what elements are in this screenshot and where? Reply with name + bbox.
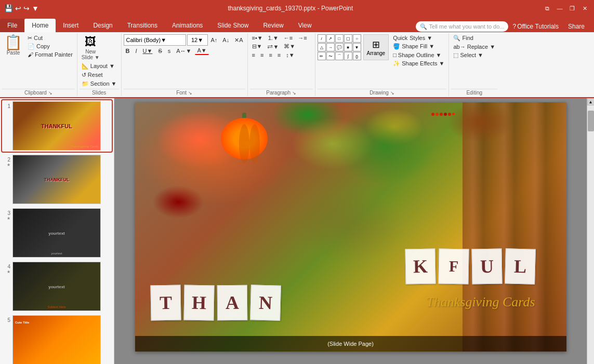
slide-preview-4: yourtext Subtext Here bbox=[12, 262, 101, 311]
section-button[interactable]: 📁 Section ▼ bbox=[80, 80, 119, 88]
bold-button[interactable]: B bbox=[124, 47, 132, 55]
new-slide-button[interactable]: 🖼 New Slide ▼ bbox=[80, 34, 102, 61]
shape-fill-button[interactable]: 🪣 Shape Fill ▼ bbox=[391, 43, 446, 50]
scroll-thumb[interactable] bbox=[588, 111, 594, 131]
increase-indent-button[interactable]: →≡ bbox=[296, 34, 309, 42]
justify-button[interactable]: ≡ bbox=[275, 51, 283, 59]
align-right-button[interactable]: ≡ bbox=[267, 51, 274, 59]
tab-review[interactable]: Review bbox=[256, 19, 291, 32]
undo-icon[interactable]: ↩ bbox=[15, 4, 21, 12]
shadow-button[interactable]: s bbox=[166, 47, 173, 55]
font-name-dropdown[interactable]: Calibri (Body)▼ bbox=[124, 34, 186, 46]
restore-down-icon[interactable]: ⧉ bbox=[542, 3, 552, 14]
slide-thumb-3[interactable]: 3 ★ yourtext yourtext bbox=[2, 207, 112, 259]
minimize-button[interactable]: — bbox=[555, 3, 565, 14]
tab-transitions[interactable]: Transitions bbox=[120, 19, 165, 32]
office-tutorials-link[interactable]: ? Office Tutorials bbox=[512, 23, 559, 30]
shape-effects-button[interactable]: ✨ Shape Effects ▼ bbox=[391, 60, 446, 68]
arrange-button[interactable]: ⊞ Arrange bbox=[363, 34, 389, 60]
slide-thumb-1[interactable]: 1 THANKFUL Thanksgiving Cards bbox=[2, 100, 112, 152]
slide-preview-1: THANKFUL Thanksgiving Cards bbox=[12, 101, 101, 151]
scroll-track[interactable] bbox=[587, 105, 595, 364]
shape-rect-icon[interactable]: □ bbox=[335, 34, 344, 43]
shape-rounded-rect-icon[interactable]: ▢ bbox=[344, 34, 352, 43]
layout-button[interactable]: 📐 Layout ▼ bbox=[80, 62, 117, 70]
bullets-button[interactable]: ≡•▼ bbox=[250, 34, 265, 42]
ribbon-tabs: File Home Insert Design Transitions Anim… bbox=[0, 17, 594, 32]
shape-connector2-icon[interactable]: ∫ bbox=[344, 52, 352, 60]
find-button[interactable]: 🔍 Find bbox=[451, 34, 475, 42]
slide-preview-5: Cute Title bbox=[12, 315, 101, 364]
shape-arrow-right-icon[interactable]: → bbox=[326, 43, 335, 51]
tab-slideshow[interactable]: Slide Show bbox=[210, 19, 256, 32]
shape-star-icon[interactable]: ★ bbox=[344, 43, 352, 51]
maximize-button[interactable]: ❐ bbox=[567, 3, 577, 14]
save-icon[interactable]: 💾 bbox=[4, 4, 13, 12]
slide-thumb-4[interactable]: 4 ★ yourtext Subtext Here bbox=[2, 261, 112, 312]
shape-connector-icon[interactable]: ⌒ bbox=[335, 52, 344, 60]
window-controls: ⧉ — ❐ ✕ bbox=[542, 3, 590, 14]
shape-triangle-icon[interactable]: △ bbox=[318, 43, 326, 51]
tab-animations[interactable]: Animations bbox=[165, 19, 210, 32]
text-direction-button[interactable]: ⮂▼ bbox=[265, 43, 281, 50]
shape-oval-icon[interactable]: ○ bbox=[353, 34, 361, 43]
format-painter-button[interactable]: 🖌 Format Painter bbox=[25, 51, 75, 58]
decrease-indent-button[interactable]: ←≡ bbox=[282, 34, 295, 42]
numbering-button[interactable]: 1.▼ bbox=[266, 34, 281, 42]
letter-T: T bbox=[150, 285, 181, 320]
replace-button[interactable]: ab→ Replace ▼ bbox=[451, 43, 497, 50]
tab-insert[interactable]: Insert bbox=[56, 19, 86, 32]
customize-icon[interactable]: ▼ bbox=[32, 4, 39, 12]
paste-button[interactable]: 📋 Paste bbox=[2, 34, 24, 57]
canvas-area[interactable]: T H A N K F U L Thanksgiving Cards (Slid… bbox=[114, 98, 587, 364]
tab-view[interactable]: View bbox=[291, 19, 319, 32]
convert-to-smartart-button[interactable]: ⌘▼ bbox=[282, 43, 297, 50]
font-decrease-button[interactable]: A↓ bbox=[220, 36, 231, 44]
font-color-button[interactable]: A▼ bbox=[195, 47, 208, 55]
slide-preview-2: THANKFUL Thanksgiving Cards bbox=[12, 155, 101, 204]
slide-number-3: 3 ★ bbox=[3, 208, 10, 221]
search-input[interactable]: Tell me what you want to do... bbox=[429, 23, 505, 30]
shape-outline-button[interactable]: □ Shape Outline ▼ bbox=[391, 51, 446, 59]
cut-button[interactable]: ✂ Cut bbox=[25, 34, 75, 42]
reset-button[interactable]: ↺ Reset bbox=[80, 71, 105, 79]
shape-more-icon[interactable]: ▼ bbox=[353, 43, 361, 51]
tab-design[interactable]: Design bbox=[86, 19, 120, 32]
shape-curve-icon[interactable]: 〜 bbox=[326, 52, 335, 60]
font-increase-button[interactable]: A↑ bbox=[209, 36, 220, 44]
shape-freeform-icon[interactable]: ✏ bbox=[318, 52, 326, 60]
vertical-scrollbar[interactable]: ▲ ▼ bbox=[587, 98, 594, 364]
clear-formatting-button[interactable]: ✕A bbox=[232, 36, 245, 44]
italic-button[interactable]: I bbox=[133, 47, 139, 55]
copy-button[interactable]: 📄 Copy bbox=[25, 43, 75, 50]
letter-H: H bbox=[183, 285, 214, 320]
font-label: Font ↘ bbox=[124, 89, 245, 96]
slide-preview-3: yourtext yourtext bbox=[12, 208, 101, 258]
select-button[interactable]: ⬚ Select ▼ bbox=[451, 51, 485, 59]
columns-button[interactable]: ⊟▼ bbox=[250, 43, 265, 50]
scroll-up-button[interactable]: ▲ bbox=[587, 98, 595, 105]
share-button[interactable]: Share bbox=[563, 21, 590, 32]
font-size-dropdown[interactable]: 12▼ bbox=[187, 34, 208, 46]
strikethrough-button[interactable]: S bbox=[156, 47, 164, 55]
close-button[interactable]: ✕ bbox=[579, 3, 590, 14]
shape-arrow-icon[interactable]: ↗ bbox=[326, 34, 335, 43]
shape-brace-icon[interactable]: {} bbox=[353, 52, 361, 60]
slide-thumb-5[interactable]: 5 Cute Title bbox=[2, 314, 112, 364]
align-left-button[interactable]: ≡ bbox=[250, 51, 257, 59]
shape-callout-icon[interactable]: 💬 bbox=[335, 43, 344, 51]
pumpkin-decoration bbox=[218, 113, 270, 159]
slide-number-1: 1 bbox=[3, 101, 10, 109]
tab-file[interactable]: File bbox=[0, 19, 24, 32]
slide-panel: 1 THANKFUL Thanksgiving Cards 2 ★ THANKF… bbox=[0, 98, 114, 364]
align-center-button[interactable]: ≡ bbox=[258, 51, 266, 59]
char-spacing-button[interactable]: A↔▼ bbox=[174, 47, 193, 55]
line-spacing-button[interactable]: ↕▼ bbox=[284, 51, 296, 59]
underline-button[interactable]: U▼ bbox=[141, 47, 155, 55]
slide-thumb-2[interactable]: 2 ★ THANKFUL Thanksgiving Cards bbox=[2, 154, 112, 205]
redo-icon[interactable]: ↪ bbox=[23, 4, 30, 12]
tab-home[interactable]: Home bbox=[24, 19, 56, 32]
slide-number-5: 5 bbox=[3, 315, 10, 323]
shape-line-icon[interactable]: / bbox=[318, 34, 326, 43]
quick-styles-button[interactable]: QuickStyles ▼ bbox=[391, 34, 446, 42]
